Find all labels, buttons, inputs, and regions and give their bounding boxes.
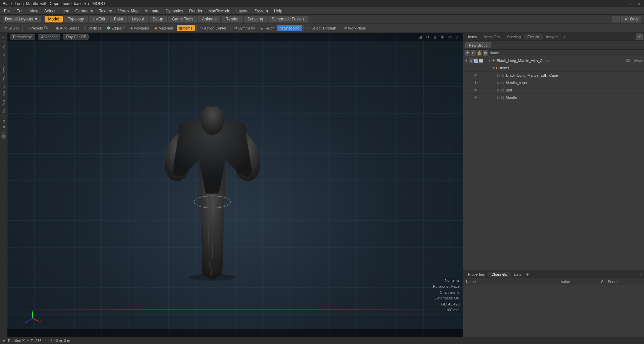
mantle-cape2-expand[interactable]: ▷ bbox=[497, 81, 501, 84]
menu-file[interactable]: File bbox=[1, 8, 13, 14]
vertices-button[interactable]: ⬡ Vertices bbox=[82, 25, 104, 31]
root-expand-icon[interactable]: ▼ bbox=[488, 59, 492, 62]
col-lock-icon[interactable]: 🔒 bbox=[477, 50, 482, 56]
viewport-pan-icon[interactable]: ✥ bbox=[439, 34, 445, 40]
layout-tab-schematic-fusion[interactable]: Schematic Fusion bbox=[268, 16, 307, 22]
sidebar-tool-fu[interactable]: Fu bbox=[1, 125, 6, 131]
tree-item-mantle[interactable]: 👁 ▷ □ Mantle bbox=[463, 94, 644, 101]
menu-vertex-map[interactable]: Vertex Map bbox=[116, 8, 142, 14]
materials-button[interactable]: ◉ Materials bbox=[152, 25, 176, 31]
root-lock[interactable] bbox=[479, 59, 483, 63]
col-expand-icon[interactable]: ▤ bbox=[483, 50, 488, 56]
bottom-tab-channels[interactable]: Channels bbox=[488, 272, 510, 277]
viewport-rotate-icon[interactable]: ↺ bbox=[425, 34, 431, 40]
bottom-tab-properties[interactable]: Properties bbox=[465, 272, 488, 277]
viewport-fit-icon[interactable]: ⊞ bbox=[417, 34, 423, 40]
viewport-expand-icon[interactable]: ⤢ bbox=[454, 34, 460, 40]
close-button[interactable]: ✕ bbox=[636, 1, 641, 6]
menu-edit[interactable]: Edit bbox=[14, 8, 26, 14]
presets-button[interactable]: ⊙ Presets F6 bbox=[24, 25, 50, 31]
menu-geometry[interactable]: Geometry bbox=[73, 8, 96, 14]
tree-item-mantle-cape[interactable]: 👁 ▷ □ Mantle_cape bbox=[463, 79, 644, 86]
tab-items[interactable]: Items bbox=[465, 34, 480, 40]
polygons-button[interactable]: ◈ Polygons bbox=[128, 25, 151, 31]
sidebar-tool-vert[interactable]: Vert. bbox=[1, 75, 6, 84]
sidebar-tool-mesh[interactable]: Mesh bbox=[1, 64, 6, 74]
mantle-cape2-eye[interactable]: 👁 bbox=[474, 81, 478, 85]
sidebar-tool-uv[interactable]: UV bbox=[1, 117, 6, 124]
tree-item-belt[interactable]: 👁 ▷ □ Belt bbox=[463, 86, 644, 94]
col-render-icon[interactable]: ⊙ bbox=[471, 50, 476, 56]
menu-texture[interactable]: Texture bbox=[96, 8, 115, 14]
menu-item[interactable]: Item bbox=[59, 8, 72, 14]
belt-eye[interactable]: 👁 bbox=[474, 88, 478, 92]
layout-tab-game-tools[interactable]: Game Tools bbox=[168, 16, 197, 22]
layout-tab-model[interactable]: Model bbox=[45, 16, 63, 22]
sidebar-tool-edit[interactable]: Edit bbox=[1, 90, 6, 98]
belt-expand[interactable]: ▷ bbox=[497, 88, 501, 92]
root-render-btn[interactable]: ⊙ bbox=[469, 58, 474, 63]
falloff-button[interactable]: ◎ Falloff bbox=[258, 25, 277, 31]
viewport-settings-icon[interactable]: ⚙ bbox=[447, 34, 453, 40]
maximize-button[interactable]: □ bbox=[628, 1, 633, 6]
sidebar-tool-e[interactable]: E bbox=[1, 84, 6, 89]
tab-images[interactable]: Images bbox=[543, 34, 562, 40]
new-group-button[interactable]: New Group bbox=[465, 42, 491, 48]
minimize-button[interactable]: − bbox=[620, 1, 625, 6]
menu-render[interactable]: Render bbox=[186, 8, 205, 14]
raygl-button[interactable]: Ray GL: Off bbox=[63, 34, 89, 40]
sidebar-tool-dup[interactable]: Dup. bbox=[1, 52, 6, 61]
status-arrow-icon[interactable]: ▶ bbox=[3, 338, 5, 343]
layout-tab-topology[interactable]: Topology bbox=[64, 16, 88, 22]
items-button[interactable]: ▦ Items bbox=[177, 25, 195, 31]
menu-view[interactable]: View bbox=[27, 8, 41, 14]
advanced-button[interactable]: Advanced bbox=[38, 34, 60, 40]
add-panel-tab-button[interactable]: + bbox=[563, 34, 566, 40]
sidebar-tool-poly[interactable]: Poly bbox=[1, 98, 6, 107]
default-layouts-dropdown[interactable]: Default Layouts ▼ bbox=[3, 16, 41, 22]
sculpt-button[interactable]: ✏ Sculpt bbox=[2, 25, 21, 31]
star-only-button[interactable]: ★ Only bbox=[621, 16, 641, 22]
mantle-eye[interactable]: 👁 bbox=[474, 95, 478, 99]
auto-select-button[interactable]: ▣ Auto Select bbox=[53, 25, 81, 31]
layout-tab-paint[interactable]: Paint bbox=[110, 16, 127, 22]
viewport-zoom-icon[interactable]: ⊕ bbox=[432, 34, 438, 40]
perspective-button[interactable]: Perspective bbox=[10, 34, 35, 40]
action-center-button[interactable]: ⊕ Action Center bbox=[198, 25, 229, 31]
menu-maxtomode[interactable]: MaxToModo bbox=[206, 8, 233, 14]
tree-item-mantle-cape-mesh[interactable]: 👁 ▷ △ Black_Long_Mantle_with_Cape bbox=[463, 72, 644, 79]
tab-groups[interactable]: Groups bbox=[524, 34, 543, 40]
items-folder-expand[interactable]: ▼ bbox=[492, 66, 496, 70]
symmetry-button[interactable]: ⇔ Symmetry bbox=[232, 25, 257, 31]
mantle-cape-expand[interactable]: ▷ bbox=[497, 73, 501, 77]
layout-tab-uvedit[interactable]: UVEdit bbox=[89, 16, 109, 22]
layout-tab-animate[interactable]: Animate bbox=[198, 16, 220, 22]
sidebar-circle-button[interactable] bbox=[1, 134, 6, 139]
select-through-button[interactable]: ⊡ Select Through bbox=[305, 25, 338, 31]
tree-item-items-folder[interactable]: ▼ ▸ Items bbox=[463, 64, 644, 72]
sidebar-tool-sculpt[interactable]: ✏ bbox=[1, 34, 7, 40]
layout-tab-render[interactable]: Render bbox=[222, 16, 242, 22]
layout-tab-scripting[interactable]: Scripting bbox=[244, 16, 267, 22]
bottom-add-tab-button[interactable]: + bbox=[526, 272, 529, 277]
add-layout-button[interactable]: + bbox=[612, 16, 620, 22]
col-eye-icon[interactable]: 👁 bbox=[465, 50, 470, 56]
menu-select[interactable]: Select bbox=[42, 8, 58, 14]
bottom-expand-icon[interactable]: ⤢ bbox=[639, 272, 643, 277]
menu-dynamics[interactable]: Dynamics bbox=[163, 8, 186, 14]
layout-tab-layout[interactable]: Layout bbox=[128, 16, 148, 22]
sidebar-tool-cu[interactable]: Cu bbox=[1, 108, 6, 114]
root-eye-icon[interactable]: 👁 bbox=[465, 59, 468, 63]
tree-item-root[interactable]: 👁 ⊙ ▼ ◈ Black_Long_Mantle_with_Cape (2) … bbox=[463, 57, 644, 64]
layout-tab-setup[interactable]: Setup bbox=[149, 16, 167, 22]
workplane-button[interactable]: ⊞ WorkPlane bbox=[341, 25, 368, 31]
sidebar-tool-def[interactable]: Def. bbox=[1, 43, 6, 52]
viewport[interactable]: Perspective Advanced Ray GL: Off ⊞ ↺ ⊕ ✥… bbox=[7, 33, 463, 337]
mantle-expand[interactable]: ▷ bbox=[497, 95, 501, 99]
tab-shading[interactable]: Shading bbox=[504, 34, 524, 40]
snapping-button[interactable]: ⊞ Snapping bbox=[277, 25, 302, 31]
menu-system[interactable]: System bbox=[252, 8, 271, 14]
root-checkbox[interactable] bbox=[474, 59, 478, 63]
mantle-cape-eye[interactable]: 👁 bbox=[474, 73, 478, 77]
edges-button[interactable]: ⬢ Edges 2 bbox=[105, 25, 127, 31]
